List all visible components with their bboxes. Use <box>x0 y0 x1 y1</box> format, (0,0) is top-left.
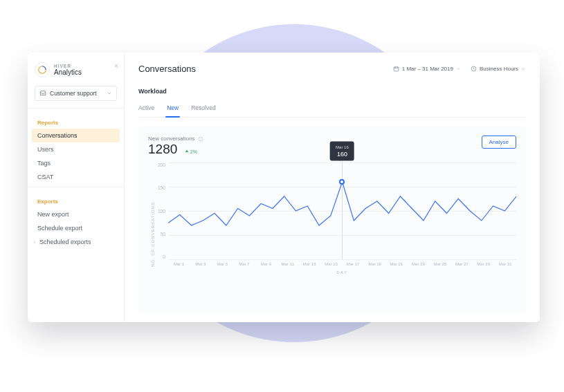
x-tick: Mar 23 <box>408 262 429 266</box>
main-content: Conversations 1 Mar – 31 Mar 2019 Busine… <box>125 53 540 322</box>
date-range-picker[interactable]: 1 Mar – 31 Mar 2019 <box>393 66 461 72</box>
sidebar-heading-reports: Reports <box>28 117 124 129</box>
chevron-down-icon <box>521 66 526 71</box>
date-range-label: 1 Mar – 31 Mar 2019 <box>402 66 453 72</box>
y-axis-ticks: 200 150 100 50 0 <box>155 162 168 259</box>
x-tick: Mar 5 <box>212 262 233 266</box>
metric-value: 1280 <box>148 142 177 156</box>
sidebar-item-label: Conversations <box>37 132 78 139</box>
plot-area[interactable]: Mar 16 160 Mar 1Mar 3Mar 5Mar 7Mar 9Mar … <box>168 162 516 307</box>
x-tick: Mar 27 <box>451 262 473 266</box>
divider <box>28 108 124 109</box>
chart-card: New conversations 1280 2% Analyse NO. OF… <box>138 126 526 314</box>
metric-block: New conversations 1280 2% <box>148 136 203 157</box>
hours-label: Business Hours <box>480 66 518 72</box>
metric-label: New conversations <box>148 136 195 142</box>
y-tick: 200 <box>158 162 165 167</box>
metric-delta: 2% <box>185 149 197 154</box>
sidebar-item-scheduled-exports[interactable]: Scheduled exports <box>28 235 124 249</box>
analyse-button[interactable]: Analyse <box>482 136 516 149</box>
app-window: HIVER Analytics × Customer support Repor… <box>28 53 540 322</box>
x-tick: Mar 17 <box>342 262 363 266</box>
tooltip-date: Mar 16 <box>336 145 349 151</box>
arrow-up-icon <box>185 149 189 153</box>
inbox-icon <box>39 90 46 97</box>
mailbox-select[interactable]: Customer support <box>35 86 117 101</box>
tab-label: Active <box>138 104 154 111</box>
page-header: Conversations 1 Mar – 31 Mar 2019 Busine… <box>138 64 526 81</box>
tab-resolved[interactable]: Resolved <box>191 100 215 117</box>
info-icon[interactable] <box>198 136 203 142</box>
tab-new[interactable]: New <box>167 100 179 117</box>
x-tick: Mar 3 <box>190 262 211 266</box>
sidebar-heading-exports: Exports <box>28 196 124 207</box>
sidebar-item-conversations[interactable]: Conversations <box>32 129 120 142</box>
chevron-right-icon <box>32 240 37 245</box>
x-tick: Mar 9 <box>255 262 277 266</box>
metric-label-row: New conversations <box>148 136 203 142</box>
sidebar-item-label: Users <box>37 146 54 153</box>
x-tick: Mar 25 <box>429 262 451 266</box>
brand: HIVER Analytics × <box>28 59 124 84</box>
brand-text: HIVER Analytics <box>54 64 82 76</box>
x-tick: Mar 29 <box>473 262 494 266</box>
y-tick: 50 <box>158 232 165 236</box>
hours-picker[interactable]: Business Hours <box>471 66 526 72</box>
sidebar-item-label: Schedule export <box>37 225 82 232</box>
chevron-down-icon <box>107 91 112 96</box>
y-tick: 0 <box>158 254 165 259</box>
y-tick: 150 <box>158 185 165 190</box>
metric-value-row: 1280 2% <box>148 142 203 157</box>
metric-delta-value: 2% <box>190 149 197 154</box>
tab-active[interactable]: Active <box>138 100 154 117</box>
close-icon[interactable]: × <box>114 62 118 70</box>
x-tick: Mar 19 <box>364 262 385 266</box>
tooltip-value: 160 <box>337 150 347 157</box>
plot: Mar 16 160 <box>168 162 516 259</box>
sidebar-item-new-export[interactable]: New export <box>28 207 124 221</box>
brand-name: Analytics <box>54 68 82 76</box>
clock-icon <box>471 66 477 72</box>
x-axis-label: DAY <box>168 266 516 274</box>
x-tick: Mar 11 <box>277 262 298 266</box>
sidebar-item-users[interactable]: Users <box>28 142 124 156</box>
x-tick: Mar 7 <box>233 262 255 266</box>
sidebar: HIVER Analytics × Customer support Repor… <box>28 53 125 322</box>
gridline <box>168 259 516 260</box>
x-tick: Mar 15 <box>320 262 342 266</box>
sidebar-item-label: CSAT <box>37 174 53 180</box>
sidebar-item-schedule-export[interactable]: Schedule export <box>28 221 124 235</box>
line-chart <box>168 162 516 259</box>
brand-kicker: HIVER <box>54 64 82 68</box>
sidebar-item-csat[interactable]: CSAT <box>28 170 124 184</box>
tab-label: Resolved <box>191 104 215 111</box>
sidebar-group-reports: Reports Conversations Users Tags CSAT <box>28 113 124 187</box>
page-title: Conversations <box>138 64 196 74</box>
sidebar-group-exports: Exports New export Schedule export Sched… <box>28 192 124 252</box>
calendar-icon <box>393 66 399 72</box>
chart-body: NO. OF CONVERSATIONS 200 150 100 50 0 <box>148 162 516 307</box>
divider <box>28 187 124 187</box>
x-tick: Mar 13 <box>298 262 320 266</box>
sidebar-item-label: New export <box>37 211 69 218</box>
y-axis-label: NO. OF CONVERSATIONS <box>148 162 155 307</box>
x-tick: Mar 1 <box>168 262 190 266</box>
x-axis-ticks: Mar 1Mar 3Mar 5Mar 7Mar 9Mar 11Mar 13Mar… <box>168 259 516 266</box>
x-tick: Mar 31 <box>494 262 516 266</box>
sidebar-item-tags[interactable]: Tags <box>28 156 124 170</box>
workload-tabs: Active New Resolved <box>138 100 526 118</box>
data-marker <box>339 179 345 185</box>
chevron-down-icon <box>456 66 461 71</box>
mailbox-select-label: Customer support <box>50 90 97 97</box>
x-tick: Mar 21 <box>385 262 407 266</box>
sidebar-item-label: Tags <box>37 160 51 167</box>
sidebar-item-label: Scheduled exports <box>39 239 91 245</box>
tab-label: New <box>167 104 179 111</box>
header-controls: 1 Mar – 31 Mar 2019 Business Hours <box>393 66 526 72</box>
chart-tooltip: Mar 16 160 <box>330 142 354 161</box>
svg-rect-1 <box>394 67 399 71</box>
y-tick: 100 <box>158 209 165 214</box>
brand-logo-icon <box>35 62 50 77</box>
section-title: Workload <box>138 81 526 95</box>
